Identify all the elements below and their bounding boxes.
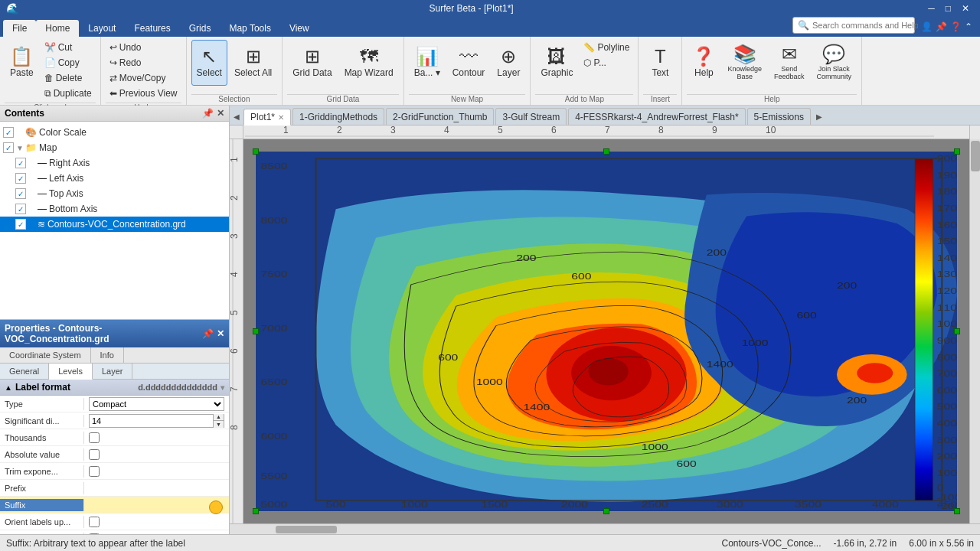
topaxis-checkbox[interactable]: [15, 188, 26, 199]
handle-bc[interactable]: [603, 508, 609, 514]
tree-item-colorscale[interactable]: 🎨 Color Scale: [0, 125, 229, 140]
doc-tab-fessr[interactable]: 4-FESSRkarst-4_AndrewForrest_Flash*: [568, 108, 745, 125]
scrollbar-v-thumb[interactable]: [971, 141, 980, 171]
tree-item-bottomaxis[interactable]: — Bottom Axis: [0, 201, 229, 217]
section-scroll-icon[interactable]: ▾: [220, 383, 224, 392]
tab-info[interactable]: Info: [91, 347, 124, 363]
svg-text:600: 600: [937, 386, 957, 395]
contour-button[interactable]: 〰 Contour: [447, 40, 491, 86]
tab-coordinate-system[interactable]: Coordinate System: [0, 347, 91, 363]
doc-tab-emissions[interactable]: 5-Emissions: [747, 108, 811, 125]
contours-checkbox[interactable]: [15, 219, 26, 230]
tab-levels[interactable]: Levels: [49, 364, 93, 380]
polyline-button[interactable]: 📏 Polyline: [580, 40, 633, 55]
tree-item-topaxis[interactable]: — Top Axis: [0, 186, 229, 201]
select-button[interactable]: ↖ Select: [191, 40, 227, 86]
type-select[interactable]: Compact Fixed Scientific Engineering: [89, 397, 224, 411]
tab-general[interactable]: General: [0, 364, 49, 379]
leftaxis-checkbox[interactable]: [15, 173, 26, 184]
knowledgebase-button[interactable]: 📚 KnowledgeBase: [722, 40, 767, 86]
props-pin-icon[interactable]: 📌: [202, 328, 214, 339]
contents-pin-icon[interactable]: 📌: [202, 108, 214, 119]
tab-home[interactable]: Home: [36, 20, 79, 37]
plot1-tab-close[interactable]: ✕: [278, 113, 284, 122]
tab-prev-button[interactable]: ◀: [230, 108, 243, 125]
props-close-icon[interactable]: ✕: [217, 328, 224, 339]
joinslack-button[interactable]: 💬 Join SlackCommunity: [812, 40, 858, 86]
movecopy-button[interactable]: ⇄ Move/Copy: [106, 70, 181, 86]
handle-br[interactable]: [954, 508, 960, 514]
absval-checkbox[interactable]: [89, 449, 100, 460]
canvas-inner[interactable]: 200 200 200 200 600 600 600 600 1000 100…: [243, 139, 969, 523]
trimexp-checkbox[interactable]: [89, 466, 100, 477]
sigdig-input[interactable]: [90, 416, 213, 425]
sigdig-up[interactable]: ▲: [213, 414, 224, 421]
orient-checkbox[interactable]: [89, 517, 100, 527]
contents-close-icon[interactable]: ✕: [217, 108, 224, 119]
minimize-button[interactable]: ─: [923, 2, 939, 15]
thousands-checkbox[interactable]: [89, 432, 100, 443]
polygon-button[interactable]: ⬡ P...: [580, 55, 633, 70]
doc-tab-plot1[interactable]: Plot1* ✕: [243, 109, 291, 126]
scrollbar-h-thumb[interactable]: [276, 526, 337, 533]
ba-button[interactable]: 📊 Ba... ▾: [409, 40, 446, 86]
tab-features[interactable]: Features: [125, 20, 179, 37]
svg-text:1200: 1200: [937, 286, 957, 295]
handle-tc[interactable]: [603, 148, 609, 155]
paste-button[interactable]: 📋 Paste: [5, 40, 39, 86]
rightaxis-checkbox[interactable]: [15, 158, 26, 168]
colorscale-checkbox[interactable]: [3, 127, 14, 138]
prefix-input[interactable]: [89, 484, 224, 493]
selectall-button[interactable]: ⊞ Select All: [229, 40, 277, 86]
handle-tr[interactable]: [954, 148, 960, 155]
tab-view[interactable]: View: [280, 20, 318, 37]
tab-layer[interactable]: Layer: [93, 364, 133, 379]
tab-layout[interactable]: Layout: [79, 20, 125, 37]
svg-text:6: 6: [230, 348, 240, 354]
text-button[interactable]: T Text: [643, 40, 677, 86]
layer-button[interactable]: ⊕ Layer: [492, 40, 525, 86]
sigdig-down[interactable]: ▼: [213, 421, 224, 428]
maximize-button[interactable]: □: [941, 2, 956, 15]
handle-bl[interactable]: [253, 508, 259, 514]
help-button[interactable]: ❓ Help: [687, 40, 720, 86]
doc-tab-gridfunc[interactable]: 2-GridFunction_Thumb: [386, 108, 494, 125]
handle-mr[interactable]: [954, 328, 960, 334]
handle-ml[interactable]: [253, 328, 259, 334]
copy-button[interactable]: 📄 Copy: [41, 55, 96, 70]
doc-tab-gridding[interactable]: 1-GriddingMethods: [292, 108, 384, 125]
redo-button[interactable]: ↪ Redo: [106, 55, 181, 70]
tab-maptools[interactable]: Map Tools: [220, 20, 279, 37]
griddata-button[interactable]: ⊞ Grid Data: [287, 40, 337, 86]
search-box[interactable]: 🔍: [792, 17, 915, 34]
scrollbar-horizontal[interactable]: [230, 523, 980, 534]
contour-map-svg: 200 200 200 200 600 600 600 600 1000 100…: [256, 152, 957, 511]
close-button[interactable]: ✕: [957, 2, 974, 15]
cut-button[interactable]: ✂️ Cut: [41, 40, 96, 55]
tab-next-button[interactable]: ▶: [812, 108, 826, 125]
duplicate-button[interactable]: ⧉ Duplicate: [41, 86, 96, 101]
sendfeedback-button[interactable]: ✉ SendFeedback: [769, 40, 810, 86]
suffix-input[interactable]: [89, 500, 224, 510]
graphic-button[interactable]: 🖼 Graphic: [535, 40, 578, 86]
plot-area[interactable]: 200 200 200 200 600 600 600 600 1000 100…: [255, 151, 958, 512]
tree-item-leftaxis[interactable]: — Left Axis: [0, 171, 229, 186]
undo-button[interactable]: ↩ Undo: [106, 40, 181, 55]
tab-grids[interactable]: Grids: [180, 20, 220, 37]
svg-text:8500: 8500: [261, 162, 288, 171]
sigdig-spinner[interactable]: ▲ ▼: [89, 414, 224, 428]
tree-item-rightaxis[interactable]: — Right Axis: [0, 155, 229, 171]
bottomaxis-checkbox[interactable]: [15, 204, 26, 214]
previousview-button[interactable]: ⬅ Previous View: [106, 86, 181, 101]
tree-item-contours[interactable]: ≋ Contours-VOC_Concentration.grd: [0, 217, 229, 232]
mapwizard-button[interactable]: 🗺 Map Wizard: [339, 40, 399, 86]
label-format-section[interactable]: ▲ Label format d.dddddddddddddd ▾: [0, 380, 229, 396]
scrollbar-vertical[interactable]: [969, 139, 980, 523]
search-input[interactable]: [812, 21, 918, 30]
map-checkbox[interactable]: [3, 142, 14, 153]
delete-button[interactable]: 🗑 Delete: [41, 70, 96, 86]
doc-tab-gulfstream[interactable]: 3-Gulf Stream: [495, 108, 567, 125]
tab-file[interactable]: File: [3, 20, 36, 37]
handle-tl[interactable]: [253, 148, 259, 155]
tree-item-map[interactable]: ▼ 📁 Map: [0, 140, 229, 155]
